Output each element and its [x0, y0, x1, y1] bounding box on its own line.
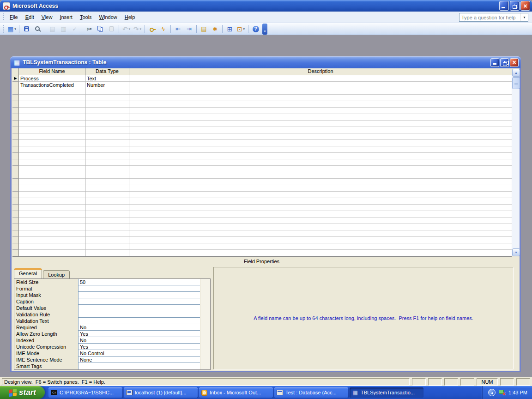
data-type-cell[interactable] [85, 198, 129, 205]
toolbar-options-button[interactable] [262, 24, 267, 35]
cut-button[interactable]: ▾ [84, 24, 95, 34]
data-type-cell[interactable] [85, 230, 129, 237]
property-tab[interactable]: Lookup [43, 270, 70, 278]
scroll-up-button[interactable] [512, 69, 520, 77]
row-selector[interactable] [12, 250, 19, 256]
row-selector[interactable] [12, 95, 19, 101]
description-cell[interactable] [129, 140, 512, 146]
file-search-button[interactable]: ▾ [32, 24, 43, 34]
data-type-cell[interactable] [85, 146, 129, 153]
property-value-field[interactable]: 50 [78, 279, 200, 285]
description-cell[interactable] [129, 146, 512, 153]
start-button[interactable]: start [0, 386, 45, 399]
description-cell[interactable] [129, 127, 512, 133]
undo-button[interactable]: ▾ [121, 24, 132, 34]
description-cell[interactable] [129, 172, 512, 179]
insert-rows-button[interactable]: ▾ [173, 24, 183, 34]
description-cell[interactable] [129, 101, 512, 108]
database-window-button[interactable]: ▾ [224, 24, 235, 34]
row-selector[interactable] [12, 146, 19, 153]
field-name-cell[interactable] [19, 250, 85, 256]
vertical-scrollbar[interactable] [512, 69, 520, 256]
field-name-cell[interactable] [19, 101, 85, 108]
row-selector[interactable] [12, 172, 19, 179]
data-type-cell[interactable] [85, 179, 129, 185]
delete-rows-button[interactable]: ▾ [184, 24, 194, 34]
row-selector[interactable] [12, 205, 19, 211]
description-cell[interactable] [129, 179, 512, 185]
description-cell[interactable] [129, 224, 512, 230]
menu-item[interactable]: Help [121, 12, 139, 22]
property-value-field[interactable] [78, 305, 200, 311]
row-selector[interactable] [12, 224, 19, 230]
field-name-cell[interactable]: Process [19, 75, 85, 82]
data-type-cell[interactable]: Text [85, 75, 129, 82]
row-selector[interactable] [12, 88, 19, 95]
help-button[interactable]: ▾ [250, 24, 261, 34]
paste-button[interactable]: ▾ [106, 24, 117, 34]
window-maximize-button[interactable] [500, 58, 509, 67]
data-type-cell[interactable] [85, 133, 129, 140]
row-selector[interactable] [12, 114, 19, 121]
taskbar-task-button[interactable]: C:\PROGRA~1\SSHC... [48, 387, 122, 398]
data-type-cell[interactable] [85, 224, 129, 230]
menu-item[interactable]: Window [96, 12, 121, 22]
property-tab[interactable]: General [14, 268, 42, 278]
description-cell[interactable] [129, 88, 512, 95]
row-selector[interactable] [12, 185, 19, 192]
description-cell[interactable] [129, 243, 512, 250]
window-minimize-button[interactable] [490, 58, 499, 67]
field-name-cell[interactable] [19, 159, 85, 166]
taskbar-task-button[interactable]: Inbox - Microsoft Out... [199, 387, 273, 398]
description-cell[interactable] [129, 185, 512, 192]
field-name-cell[interactable] [19, 166, 85, 172]
row-selector[interactable] [12, 211, 19, 218]
data-type-cell[interactable] [85, 127, 129, 133]
menu-item[interactable]: File [6, 12, 22, 22]
taskbar-task-button[interactable]: localhost (1) [default]... [124, 387, 198, 398]
menu-grip-icon[interactable] [3, 13, 4, 21]
indexes-button[interactable]: ▾ [158, 24, 169, 34]
field-name-cell[interactable] [19, 230, 85, 237]
property-value-field[interactable]: Yes [78, 344, 200, 350]
data-type-cell[interactable]: Number [85, 82, 129, 88]
spelling-button[interactable]: ▾ [69, 24, 80, 34]
copy-button[interactable]: ▾ [95, 24, 106, 34]
question-box[interactable]: Type a question for help [459, 13, 528, 22]
row-selector[interactable] [12, 218, 19, 224]
property-value-field[interactable] [78, 292, 200, 298]
menu-item[interactable]: Tools [76, 12, 96, 22]
field-name-cell[interactable] [19, 88, 85, 95]
description-cell[interactable] [129, 75, 512, 82]
menu-item[interactable]: Insert [56, 12, 76, 22]
description-cell[interactable] [129, 218, 512, 224]
property-value-field[interactable]: Yes [78, 331, 200, 337]
field-name-cell[interactable] [19, 192, 85, 198]
view-design-button[interactable]: ▾ [6, 24, 17, 34]
field-name-cell[interactable] [19, 237, 85, 243]
field-name-cell[interactable] [19, 133, 85, 140]
field-name-cell[interactable] [19, 185, 85, 192]
field-name-cell[interactable] [19, 179, 85, 185]
scrollbar-thumb[interactable] [512, 77, 520, 89]
data-type-cell[interactable] [85, 153, 129, 159]
description-cell[interactable] [129, 198, 512, 205]
row-selector[interactable] [12, 127, 19, 133]
data-type-cell[interactable] [85, 172, 129, 179]
data-type-cell[interactable] [85, 121, 129, 127]
description-cell[interactable] [129, 95, 512, 101]
field-name-cell[interactable] [19, 127, 85, 133]
description-cell[interactable] [129, 192, 512, 198]
description-cell[interactable] [129, 230, 512, 237]
row-selector[interactable] [12, 153, 19, 159]
description-cell[interactable] [129, 121, 512, 127]
print-preview-button[interactable]: ▾ [58, 24, 69, 34]
close-button[interactable] [520, 1, 530, 11]
field-name-cell[interactable] [19, 114, 85, 121]
property-value-field[interactable] [78, 311, 200, 318]
property-value-field[interactable]: None [78, 357, 200, 363]
data-type-cell[interactable] [85, 159, 129, 166]
row-selector[interactable]: ▶ [12, 75, 19, 82]
field-name-cell[interactable] [19, 95, 85, 101]
data-type-cell[interactable] [85, 185, 129, 192]
